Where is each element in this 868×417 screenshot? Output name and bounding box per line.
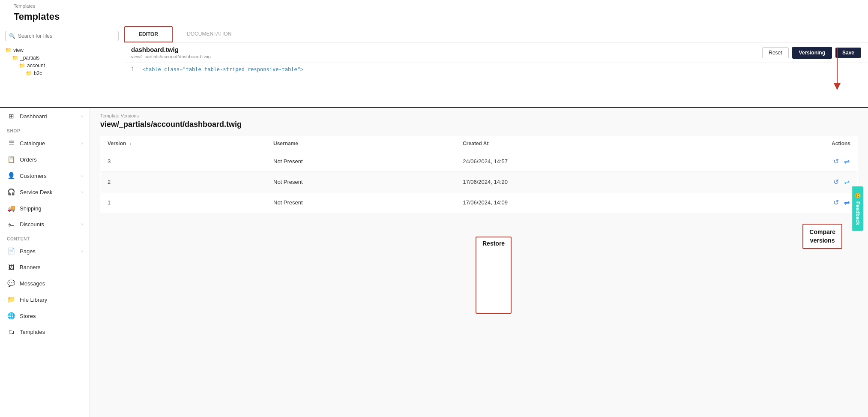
sidebar-item-label: Templates: [20, 329, 45, 335]
editor-toolbar: dashboard.twig view/_partials/account/da…: [124, 42, 868, 63]
section-content: CONTENT: [0, 232, 90, 243]
sort-arrow-icon: ↓: [129, 141, 132, 146]
restore-annotation: Restore: [476, 237, 512, 314]
col-header-version: Version ↓: [101, 136, 267, 151]
sidebar-item-stores[interactable]: 🌐 Stores: [0, 308, 90, 324]
sidebar-item-pages[interactable]: 📄 Pages ›: [0, 243, 90, 259]
folder-icon: 📁: [26, 70, 32, 76]
col-header-username: Username: [266, 136, 456, 151]
tab-editor[interactable]: EDITOR: [124, 26, 173, 42]
sidebar-item-label: Orders: [20, 156, 37, 163]
search-box[interactable]: 🔍: [5, 31, 119, 41]
tab-documentation[interactable]: DOCUMENTATION: [173, 26, 245, 42]
page-title: Templates: [7, 10, 861, 26]
top-panel: Templates Templates 🔍 📁 view 📁 _partials: [0, 0, 868, 108]
file-panel: 🔍 📁 view 📁 _partials 📁 account: [0, 26, 124, 107]
compare-action-button[interactable]: ⇌: [843, 156, 850, 166]
sidebar-item-label: Discounts: [20, 221, 44, 228]
content-area: Template Versions view/_partials/account…: [90, 108, 868, 417]
username-cell: Not Present: [266, 192, 456, 213]
editor-tabs: EDITOR DOCUMENTATION: [124, 26, 868, 42]
shipping-icon: 🚚: [7, 204, 15, 212]
customers-icon: 👤: [7, 172, 15, 180]
sidebar-item-dashboard[interactable]: ⊞ Dashboard ›: [0, 108, 90, 124]
compare-label: Compareversions: [809, 228, 835, 244]
restore-action-button[interactable]: ↺: [832, 177, 840, 187]
sidebar-item-file-library[interactable]: 📁 File Library: [0, 291, 90, 308]
search-wrap: 🔍: [0, 29, 124, 45]
line-number: 1: [131, 66, 134, 72]
folder-icon: 📁: [5, 47, 12, 53]
compare-action-button[interactable]: ⇌: [843, 177, 850, 187]
save-button[interactable]: Save: [835, 48, 861, 58]
table-row: 2 Not Present 17/06/2024, 14:20 ↺ ⇌: [101, 172, 858, 192]
sidebar-item-customers[interactable]: 👤 Customers ›: [0, 168, 90, 184]
stores-icon: 🌐: [7, 312, 15, 320]
folder-icon: 📁: [19, 63, 25, 69]
sidebar-item-label: Messages: [20, 280, 45, 287]
file-path: view/_partials/account/dashboard.twig: [131, 54, 211, 59]
sidebar-item-orders[interactable]: 📋 Orders: [0, 151, 90, 168]
sidebar-item-label: Shipping: [20, 205, 42, 212]
actions-cell: ↺ ⇌: [713, 172, 857, 192]
main-layout: ⊞ Dashboard › SHOP ☰ Catalogue › 📋 Order…: [0, 108, 868, 417]
sidebar-item-catalogue[interactable]: ☰ Catalogue ›: [0, 135, 90, 151]
chevron-right-icon: ›: [81, 141, 83, 146]
orders-icon: 📋: [7, 156, 15, 163]
sidebar: ⊞ Dashboard › SHOP ☰ Catalogue › 📋 Order…: [0, 108, 90, 417]
table-row: 3 Not Present 24/06/2024, 14:57 ↺ ⇌: [101, 151, 858, 172]
sidebar-item-label: Stores: [20, 313, 36, 319]
versioning-button[interactable]: Versioning: [792, 47, 832, 59]
created-at-cell: 24/06/2024, 14:57: [456, 151, 713, 172]
reset-button[interactable]: Reset: [762, 47, 788, 58]
templates-icon: 🗂: [7, 328, 15, 336]
feedback-label: Feedback: [855, 201, 861, 225]
feedback-tab[interactable]: 😊 Feedback: [852, 186, 863, 231]
banners-icon: 🖼: [7, 264, 15, 271]
chevron-right-icon: ›: [81, 249, 83, 254]
sidebar-item-messages[interactable]: 💬 Messages: [0, 275, 90, 291]
pages-icon: 📄: [7, 247, 15, 255]
folder-name-partials: _partials: [20, 55, 39, 61]
version-cell: 3: [101, 151, 267, 172]
sidebar-item-banners[interactable]: 🖼 Banners: [0, 259, 90, 275]
search-input[interactable]: [18, 33, 115, 39]
sidebar-item-label: Customers: [20, 173, 47, 179]
actions-cell: ↺ ⇌: [713, 192, 857, 213]
sidebar-item-discounts[interactable]: 🏷 Discounts ›: [0, 216, 90, 232]
folder-name-b2c: b2c: [34, 70, 42, 76]
folder-partials[interactable]: 📁 _partials: [5, 54, 119, 62]
sidebar-item-shipping[interactable]: 🚚 Shipping: [0, 200, 90, 216]
col-header-actions: Actions: [713, 136, 857, 151]
sidebar-item-templates[interactable]: 🗂 Templates: [0, 324, 90, 340]
folder-name-account: account: [27, 63, 45, 69]
chevron-right-icon: ›: [81, 222, 83, 227]
sidebar-item-service-desk[interactable]: 🎧 Service Desk ›: [0, 184, 90, 200]
discounts-icon: 🏷: [7, 221, 15, 228]
restore-action-button[interactable]: ↺: [832, 156, 840, 166]
sidebar-item-label: File Library: [20, 297, 47, 303]
sidebar-item-label: Catalogue: [20, 140, 45, 147]
username-cell: Not Present: [266, 151, 456, 172]
breadcrumb: Templates: [7, 0, 861, 10]
folder-name-view: view: [13, 47, 24, 53]
compare-versions-annotation: Compareversions: [802, 224, 842, 249]
file-info: dashboard.twig view/_partials/account/da…: [131, 46, 211, 59]
col-header-created-at: Created At: [456, 136, 713, 151]
code-editor[interactable]: 1 <table class="table table-striped resp…: [124, 63, 868, 107]
code-line: <table class="table table-striped respon…: [142, 66, 303, 72]
folder-b2c[interactable]: 📁 b2c: [5, 69, 119, 77]
editor-panel: EDITOR DOCUMENTATION dashboard.twig view…: [124, 26, 868, 107]
chevron-right-icon: ›: [81, 190, 83, 195]
service-desk-icon: 🎧: [7, 188, 15, 196]
created-at-cell: 17/06/2024, 14:20: [456, 172, 713, 192]
catalogue-icon: ☰: [7, 139, 15, 147]
sidebar-item-label: Service Desk: [20, 189, 53, 195]
folder-view[interactable]: 📁 view: [5, 46, 119, 54]
compare-action-button[interactable]: ⇌: [843, 198, 850, 207]
file-tree: 📁 view 📁 _partials 📁 account 📁 b2c: [0, 45, 124, 79]
folder-account[interactable]: 📁 account: [5, 62, 119, 69]
search-icon: 🔍: [9, 33, 15, 39]
file-library-icon: 📁: [7, 296, 15, 303]
restore-action-button[interactable]: ↺: [832, 198, 840, 207]
